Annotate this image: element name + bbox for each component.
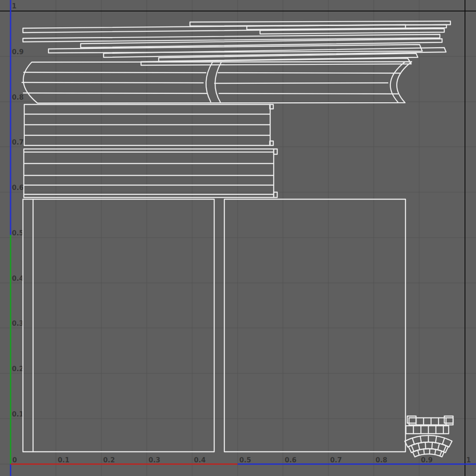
axis-tick-label-left: 0.1	[12, 410, 24, 418]
axis-tick-label-bottom: 0.7	[330, 456, 342, 464]
brick-arch-divider[interactable]	[424, 449, 424, 454]
axis-tick-label-left: 0.6	[12, 184, 24, 192]
brick-arch-divider[interactable]	[425, 442, 426, 449]
axis-tick-label-bottom: 0.4	[194, 456, 206, 464]
axis-tick-label-left: 0.8	[12, 93, 24, 101]
axis-tick-label-bottom: 0.3	[149, 456, 160, 464]
axis-tick-label-left: 0.7	[12, 138, 24, 146]
axis-tick-label-bottom: 0.5	[239, 456, 251, 464]
axis-tick-label-bottom: 0.2	[103, 456, 115, 464]
uv-editor-viewport[interactable]: 10.90.80.70.60.50.40.30.20.100.10.20.30.…	[0, 0, 476, 476]
axis-tick-label-left: 0.2	[12, 365, 24, 373]
uv-shell-edge[interactable]	[215, 83, 388, 83]
axis-tick-label-bottom: 1	[466, 456, 471, 464]
axis-tick-label-left: 1	[12, 2, 16, 10]
axis-tick-label-left: 0.4	[12, 275, 24, 283]
axis-tick-label-left: 0.5	[12, 229, 24, 237]
uv-shell-edge[interactable]	[219, 93, 398, 94]
uv-shell-edge[interactable]	[218, 73, 400, 73]
uv-shell-edge[interactable]	[22, 82, 203, 83]
axis-tick-label-bottom: 0.1	[58, 456, 70, 464]
axis-tick-label-left: 0.9	[12, 48, 24, 56]
brick-arch-divider[interactable]	[432, 442, 432, 449]
axis-tick-label-bottom: 0.8	[376, 456, 387, 464]
uv-shell-edge[interactable]	[24, 72, 206, 73]
uv-canvas[interactable]: 10.90.80.70.60.50.40.30.20.100.10.20.30.…	[0, 0, 476, 476]
axis-tick-label-bottom: 0	[12, 456, 17, 464]
axis-tick-label-bottom: 0.6	[285, 456, 297, 464]
uv-shell-edge[interactable]	[23, 93, 207, 93]
axis-tick-label-left: 0.3	[12, 320, 24, 327]
uv-canvas-background	[0, 0, 476, 476]
axis-tick-label-bottom: 0.9	[421, 456, 433, 464]
